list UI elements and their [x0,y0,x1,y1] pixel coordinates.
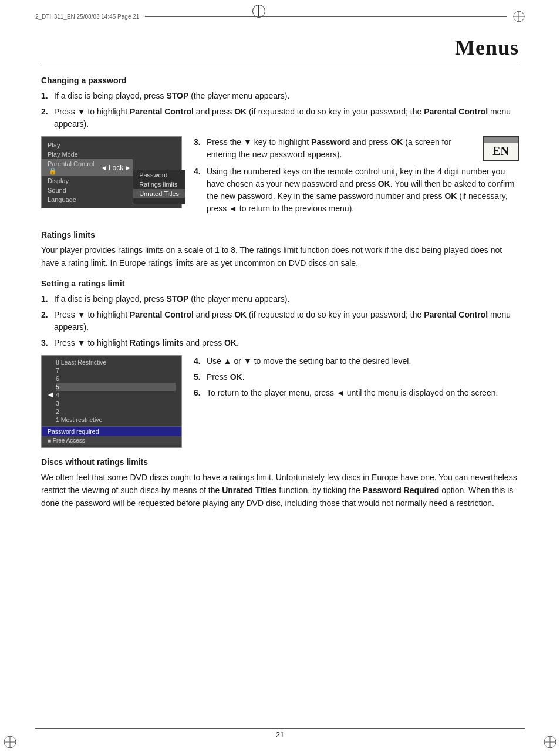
section-setting-ratings-limit: Setting a ratings limit 1. If a disc is … [41,279,519,448]
changing-password-steps-1-2: 1. If a disc is being played, press STOP… [41,90,519,130]
page-number: 21 [276,730,284,739]
menu-row-playmode: Play Mode [42,150,181,159]
rating-free-access: ■ Free Access [42,436,181,445]
reg-crosshair-tr [513,11,525,22]
section-heading-ratings-limits: Ratings limits [41,230,519,240]
en-badge-box: EN [483,136,519,161]
menu-row-language: Language [42,195,133,204]
header-bar: 2_DTH311_EN 25/08/03 14:45 Page 21 [35,11,525,22]
setting-step-2: 2. Press ▼ to highlight Parental Control… [41,309,519,333]
setting-ratings-steps-1-3: 1. If a disc is being played, press STOP… [41,293,519,349]
ratings-bottom: Password required ■ Free Access [42,426,181,445]
ratings-list: 8 Least Restrictive 7 6 5 4 [42,358,181,424]
steps-3-4: 3. Press the ▼ key to highlight Password… [194,136,519,215]
submenu: Password Ratings limits Unrated Titles [133,170,185,204]
rating-5: 5 [56,383,176,391]
header-rule [145,16,507,17]
rating-8: 8 Least Restrictive [56,358,176,366]
rating-6: 6 [56,375,176,383]
header-meta: 2_DTH311_EN 25/08/03 14:45 Page 21 [35,14,139,20]
changing-password-two-col: Play Play Mode Parental Control 🔒 ◄ Lock… [41,136,519,221]
step-4: 4. Using the numbered keys on the remote… [194,166,519,215]
rating-password-required: Password required [42,427,181,436]
en-text: EN [492,144,509,158]
setting-ratings-steps-4-6: 4. Use ▲ or ▼ to move the setting bar to… [194,355,519,399]
step-2: 2. Press ▼ to highlight Parental Control… [41,106,519,130]
menu-screenshot-col: Play Play Mode Parental Control 🔒 ◄ Lock… [41,136,182,208]
submenu-unrated-titles: Unrated Titles [133,189,185,198]
setting-step-4: 4. Use ▲ or ▼ to move the setting bar to… [194,355,519,367]
ratings-screenshot-col: ◄ 8 Least Restrictive 7 6 5 [41,355,182,448]
submenu-ratings-limits: Ratings limits [133,180,185,189]
setting-step-1: 1. If a disc is being played, press STOP… [41,293,519,305]
ratings-arrow-indicator: ◄ [46,390,55,399]
menu-row-parental: Parental Control 🔒 ◄ Lock ► [42,159,133,176]
step-1: 1. If a disc is being played, press STOP… [41,90,519,102]
menu-row-display: Display [42,176,133,186]
submenu-password: Password [133,170,185,180]
menu-row-sound: Sound [42,186,133,195]
page-title: Menus [41,35,519,60]
discs-without-para: We often feel that some DVD discs ought … [41,471,519,510]
setting-step-6: 6. To return to the player menu, press ◄… [194,387,519,399]
title-rule [41,65,519,65]
section-discs-without: Discs without ratings limits We often fe… [41,457,519,510]
section-heading-discs-without: Discs without ratings limits [41,457,519,467]
step-3: 3. Press the ▼ key to highlight Password… [194,136,475,161]
main-content: Menus Changing a password 1. If a disc i… [41,35,519,519]
setting-step-5: 5. Press OK. [194,371,519,383]
steps-4-6-col: 4. Use ▲ or ▼ to move the setting bar to… [194,355,519,405]
reg-crosshair-br [544,736,556,748]
steps-3-4-col: EN 3. Press the ▼ key to highlight Passw… [194,136,519,221]
section-changing-password: Changing a password 1. If a disc is bein… [41,76,519,221]
en-badge: EN [483,136,519,161]
ratings-screenshot: ◄ 8 Least Restrictive 7 6 5 [41,355,182,448]
section-heading-changing-password: Changing a password [41,76,519,85]
section-ratings-limits: Ratings limits Your player provides rati… [41,230,519,269]
rating-3: 3 [56,399,176,407]
rating-7: 7 [56,366,176,375]
section-heading-setting-ratings: Setting a ratings limit [41,279,519,288]
reg-crosshair-bl [4,736,16,748]
footer-rule [35,728,525,729]
menu-row-play: Play [42,140,181,150]
rating-1: 1 Most restrictive [56,416,176,424]
ratings-limits-para: Your player provides ratings limits on a… [41,244,519,269]
menu-screenshot: Play Play Mode Parental Control 🔒 ◄ Lock… [41,136,182,208]
setting-step-3: 3. Press ▼ to highlight Ratings limits a… [41,337,519,349]
rating-4: 4 [56,391,176,399]
rating-2: 2 [56,407,176,416]
setting-ratings-two-col: ◄ 8 Least Restrictive 7 6 5 [41,355,519,448]
